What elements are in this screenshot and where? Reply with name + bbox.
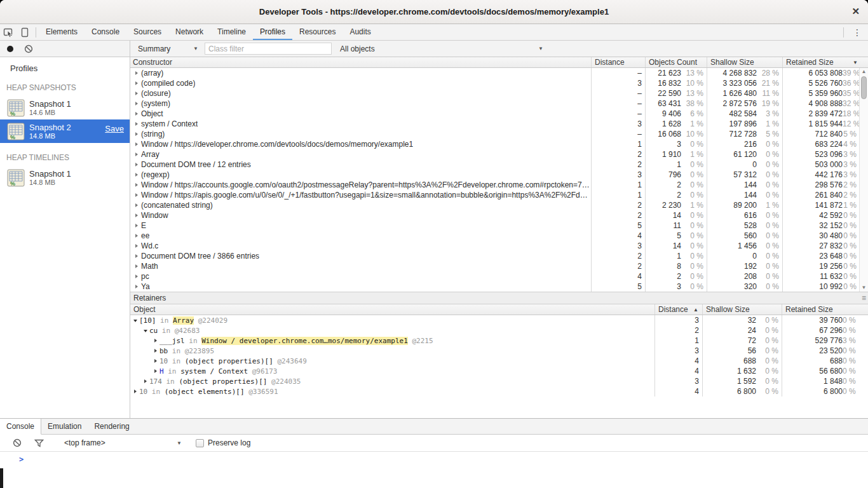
- column-header-constructor[interactable]: Constructor: [130, 57, 591, 67]
- heap-table-row[interactable]: (string)–16 06810 %712 7285 %712 8405 %: [130, 129, 868, 139]
- tab-console[interactable]: Console: [85, 24, 126, 40]
- expand-arrow-icon[interactable]: [154, 349, 157, 353]
- heap-table-row[interactable]: Wd.c3140 %1 4560 %27 8320 %: [130, 241, 868, 251]
- overflow-menu-icon[interactable]: ⋮: [846, 27, 868, 37]
- expand-arrow-icon[interactable]: [135, 264, 138, 268]
- heap-table-row[interactable]: (compiled code)316 83210 %3 323 05621 %5…: [130, 78, 868, 88]
- expand-arrow-icon[interactable]: [135, 92, 138, 95]
- heap-table-row[interactable]: Ya530 %3200 %10 9920 %: [130, 281, 868, 292]
- expand-arrow-icon[interactable]: [154, 339, 157, 342]
- resizer-grip-icon[interactable]: ≡: [862, 294, 866, 302]
- heap-table-row[interactable]: ee450 %5600 %30 4800 %: [130, 231, 868, 241]
- heap-table-row[interactable]: Document DOM tree / 12 entries210 %00 %5…: [130, 159, 868, 170]
- tab-audits[interactable]: Audits: [342, 24, 377, 40]
- sidebar-item-snapshot-2[interactable]: % Snapshot 2 14.8 MB Save: [0, 119, 130, 143]
- expand-arrow-icon[interactable]: [135, 122, 138, 126]
- heap-table-row[interactable]: Window / https://developer.chrome.com/de…: [130, 139, 868, 149]
- inspect-element-icon[interactable]: [0, 24, 17, 40]
- expand-arrow-icon[interactable]: [135, 132, 138, 136]
- sidebar-item-timeline-snapshot-1[interactable]: % Snapshot 1 14.8 MB: [0, 166, 130, 189]
- expand-arrow-icon[interactable]: [144, 330, 147, 332]
- drawer-tab-console[interactable]: Console: [0, 419, 41, 435]
- column-header-retained-size[interactable]: Retained Size: [782, 304, 868, 315]
- frame-context-select[interactable]: <top frame> ▼: [64, 438, 182, 447]
- tab-profiles[interactable]: Profiles: [253, 24, 292, 40]
- filter-funnel-icon[interactable]: [31, 435, 47, 451]
- expand-arrow-icon[interactable]: [135, 71, 138, 75]
- expand-arrow-icon[interactable]: [135, 244, 138, 248]
- view-select[interactable]: Summary ▼: [138, 44, 198, 53]
- heap-table-row[interactable]: (closure)–22 59013 %1 626 48011 %5 359 9…: [130, 88, 868, 98]
- scroll-down-icon[interactable]: ▼: [862, 284, 867, 292]
- heap-table-row[interactable]: (regexp)37960 %57 3120 %442 1763 %: [130, 170, 868, 180]
- expand-arrow-icon[interactable]: [135, 81, 138, 85]
- expand-arrow-icon[interactable]: [135, 183, 138, 187]
- drawer-tab-rendering[interactable]: Rendering: [88, 419, 135, 434]
- sidebar-item-snapshot-1[interactable]: % Snapshot 1 14.6 MB: [0, 96, 130, 119]
- expand-arrow-icon[interactable]: [135, 203, 138, 207]
- heap-table-row[interactable]: Document DOM tree / 3866 entries210 %00 …: [130, 251, 868, 261]
- retainer-row[interactable]: bb in @2238953560 %23 5200 %: [130, 346, 868, 356]
- expand-arrow-icon[interactable]: [135, 152, 138, 156]
- column-header-retained-size[interactable]: Retained Size ▼: [782, 57, 868, 67]
- tab-network[interactable]: Network: [168, 24, 210, 40]
- console-prompt-area[interactable]: >: [0, 452, 868, 487]
- column-header-shallow-size[interactable]: Shallow Size: [707, 57, 782, 67]
- heap-table-row[interactable]: (system)–63 43138 %2 872 57619 %4 908 88…: [130, 98, 868, 109]
- expand-arrow-icon[interactable]: [135, 254, 138, 258]
- retainer-row[interactable]: 10 in (object properties)[] @24364946880…: [130, 356, 868, 366]
- heap-table-row[interactable]: Window / https://apis.google.com/u/0/se/…: [130, 190, 868, 200]
- expand-arrow-icon[interactable]: [144, 379, 147, 383]
- record-icon[interactable]: [7, 46, 13, 52]
- expand-arrow-icon[interactable]: [135, 234, 138, 238]
- column-header-object[interactable]: Object: [130, 304, 654, 315]
- retainer-row[interactable]: ___jsl in Window / developer.chrome.com……: [130, 336, 868, 346]
- drawer-tab-emulation[interactable]: Emulation: [41, 419, 88, 434]
- tab-elements[interactable]: Elements: [39, 24, 85, 40]
- heap-table-row[interactable]: (concatenated string)22 2301 %89 2001 %1…: [130, 200, 868, 210]
- scrollbar-thumb[interactable]: [861, 76, 867, 99]
- expand-arrow-icon[interactable]: [154, 369, 157, 373]
- clear-icon[interactable]: [24, 44, 33, 53]
- retainer-row[interactable]: 10 in (object elements)[] @33659146 8000…: [130, 386, 868, 396]
- expand-arrow-icon[interactable]: [135, 163, 138, 166]
- expand-arrow-icon[interactable]: [133, 320, 137, 322]
- heap-table-row[interactable]: E5110 %5280 %32 1520 %: [130, 220, 868, 231]
- column-header-distance[interactable]: Distance: [591, 57, 645, 67]
- preserve-log-checkbox[interactable]: [196, 439, 204, 447]
- clear-console-icon[interactable]: [9, 435, 25, 451]
- column-header-shallow-size[interactable]: Shallow Size: [702, 304, 782, 315]
- heap-table-row[interactable]: Window / https://accounts.google.com/o/o…: [130, 180, 868, 190]
- expand-arrow-icon[interactable]: [135, 102, 138, 105]
- expand-arrow-icon[interactable]: [135, 112, 138, 116]
- expand-arrow-icon[interactable]: [135, 193, 138, 197]
- expand-arrow-icon[interactable]: [135, 274, 138, 278]
- column-header-objects-count[interactable]: Objects Count: [645, 57, 707, 67]
- expand-arrow-icon[interactable]: [135, 142, 138, 146]
- heap-table-row[interactable]: Window2140 %6160 %42 5920 %: [130, 210, 868, 220]
- retainer-row[interactable]: [10] in Array @2240293320 %39 7600 %: [130, 315, 868, 325]
- retainer-row[interactable]: cu in @426832240 %67 2960 %: [130, 325, 868, 336]
- heap-table-row[interactable]: Array21 9101 %61 1200 %523 0963 %: [130, 149, 868, 159]
- expand-arrow-icon[interactable]: [134, 390, 137, 393]
- class-filter-input[interactable]: [205, 43, 332, 55]
- scroll-up-icon[interactable]: ▲: [862, 68, 867, 76]
- heap-table-row[interactable]: Object–9 4066 %482 5843 %2 839 47218 %: [130, 109, 868, 119]
- tab-sources[interactable]: Sources: [126, 24, 168, 40]
- tab-resources[interactable]: Resources: [292, 24, 342, 40]
- expand-arrow-icon[interactable]: [154, 359, 157, 363]
- vertical-scrollbar[interactable]: ▲ ▼: [859, 68, 868, 292]
- column-header-distance[interactable]: Distance ▲: [654, 304, 702, 315]
- expand-arrow-icon[interactable]: [135, 173, 138, 177]
- retainer-row[interactable]: 174 in (object properties)[] @22403531 5…: [130, 376, 868, 386]
- heap-table-row[interactable]: (array)–21 62313 %4 268 83228 %6 053 808…: [130, 68, 868, 78]
- close-icon[interactable]: ✕: [851, 6, 860, 17]
- save-link[interactable]: Save: [105, 124, 124, 133]
- expand-arrow-icon[interactable]: [135, 224, 138, 227]
- heap-table-row[interactable]: Math280 %1920 %19 2560 %: [130, 261, 868, 271]
- device-mode-icon[interactable]: [17, 24, 33, 40]
- objects-filter-select[interactable]: All objects ▼: [340, 44, 543, 53]
- expand-arrow-icon[interactable]: [135, 285, 138, 288]
- heap-table-row[interactable]: pc420 %2080 %11 6320 %: [130, 271, 868, 281]
- expand-arrow-icon[interactable]: [135, 214, 138, 217]
